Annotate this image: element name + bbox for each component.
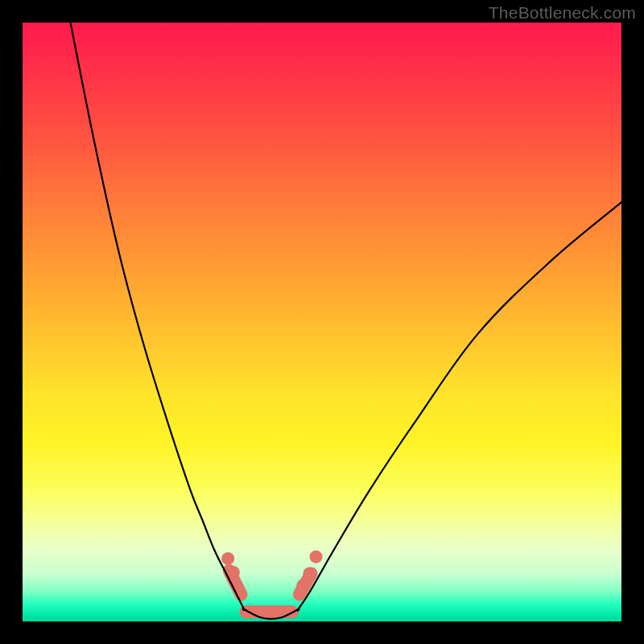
salmon-highlight-group — [221, 551, 322, 612]
salmon-dot-2 — [296, 579, 309, 592]
bottleneck-curve — [71, 23, 621, 619]
salmon-dot-3 — [303, 567, 316, 580]
watermark-text: TheBottleneck.com — [489, 3, 636, 23]
curve-group — [71, 23, 621, 619]
salmon-dot-1 — [227, 566, 240, 579]
salmon-dot-0 — [221, 552, 234, 565]
chart-frame: TheBottleneck.com — [0, 0, 644, 644]
salmon-dot-4 — [310, 551, 323, 564]
curve-layer — [23, 23, 621, 621]
plot-area — [23, 23, 621, 621]
